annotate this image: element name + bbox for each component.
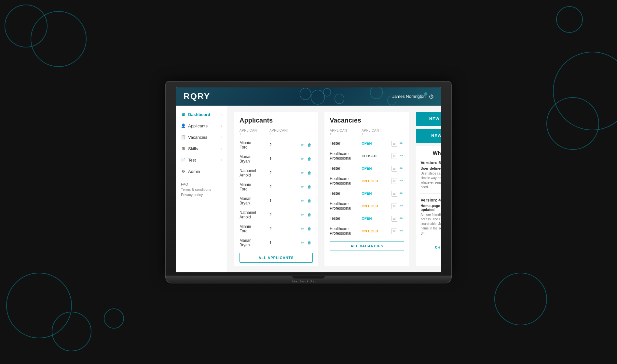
applicants-panel: Applicants APPLICANT ↕ APPLICANT ↕ — [234, 112, 318, 266]
edit-applicant-button[interactable]: ✏ — [299, 156, 305, 162]
power-icon[interactable]: ⏻ — [429, 94, 433, 99]
faq-link[interactable]: FAQ — [181, 182, 222, 186]
laptop-wrapper: RQRY James Norrington ⏻ ⊞ Dashboard › — [165, 81, 452, 283]
delete-applicant-button[interactable]: 🗑 — [306, 184, 313, 190]
vacancy-name: Healthcare Professional — [324, 224, 356, 238]
show-more-button[interactable]: SHOW MORE — [420, 243, 441, 253]
edit-applicant-button[interactable]: ✏ — [299, 212, 305, 218]
applicants-icon: 👤 — [181, 124, 185, 128]
sidebar-label-test: Test — [188, 158, 196, 162]
applicant-actions: ✏ 🗑 — [294, 236, 318, 250]
applicant-count: 1 — [264, 236, 294, 250]
delete-applicant-button[interactable]: 🗑 — [306, 240, 313, 246]
feature-title: Home-page applicant list updated — [420, 204, 441, 212]
edit-vacancy-button[interactable]: ✏ — [398, 203, 404, 209]
applicant-name: Minnie Ford — [234, 180, 264, 194]
privacy-link[interactable]: Privacy policy — [181, 193, 222, 197]
svg-point-0 — [5, 5, 47, 47]
admin-icon: ⚙ — [181, 169, 185, 174]
delete-applicant-button[interactable]: 🗑 — [306, 212, 313, 218]
all-vacancies-button[interactable]: ALL VACANCIES — [330, 241, 404, 251]
edit-applicant-button[interactable]: ✏ — [299, 240, 305, 246]
sidebar-item-test[interactable]: 📄 Test › — [176, 154, 227, 166]
version-label: Version: 5.0 — [420, 160, 441, 165]
vacancy-status: CLOSED — [356, 149, 386, 163]
table-row: Nathaniel Arnold 2 ✏ 🗑 — [234, 208, 318, 222]
applicant-count: 2 — [264, 222, 294, 236]
main-content: Applicants APPLICANT ↕ APPLICANT ↕ — [228, 106, 441, 272]
sidebar-item-admin[interactable]: ⚙ Admin › — [176, 166, 227, 177]
delete-applicant-button[interactable]: 🗑 — [306, 198, 313, 204]
svg-point-6 — [52, 312, 91, 351]
delete-applicant-button[interactable]: 🗑 — [306, 156, 313, 162]
vacancy-status: OPEN — [356, 138, 386, 149]
sidebar-item-left: 📄 Test — [181, 158, 196, 162]
vacancies-col1: APPLICANT ↕ — [324, 127, 356, 138]
sidebar-item-vacancies[interactable]: 📋 Vacancies › — [176, 132, 227, 143]
header-right: James Norrington ⏻ — [392, 94, 433, 99]
edit-vacancy-button[interactable]: ✏ — [398, 178, 404, 184]
new-applicant-button[interactable]: NEW APPLICANT — [416, 112, 441, 126]
version-block-1: Version: 4.9 Home-page applicant list up… — [420, 198, 441, 239]
applicant-name: Nathaniel Arnold — [234, 208, 264, 222]
applicant-actions: ✏ 🗑 — [294, 180, 318, 194]
dashboard-icon: ⊞ — [181, 112, 185, 117]
edit-vacancy-button[interactable]: ✏ — [398, 153, 404, 159]
edit-vacancy-button[interactable]: ✏ — [398, 215, 404, 221]
app-logo: RQRY — [184, 91, 210, 101]
right-panel: NEW APPLICANT NEW VACANCY What's new? Ve… — [416, 112, 441, 266]
edit-vacancy-button[interactable]: ✏ — [398, 190, 404, 196]
applicant-count: 2 — [264, 208, 294, 222]
edit-applicant-button[interactable]: ✏ — [299, 226, 305, 232]
svg-point-8 — [104, 309, 124, 328]
vacancy-name: Tester — [324, 138, 356, 149]
applicant-actions: ✏ 🗑 — [294, 138, 318, 152]
laptop-base: MacBook Pro — [165, 276, 452, 283]
vacancy-status: OPEN — [356, 163, 386, 174]
applicant-actions: ✏ 🗑 — [294, 208, 318, 222]
vacancy-name: Tester — [324, 213, 356, 224]
edit-vacancy-button[interactable]: ✏ — [398, 140, 404, 146]
vacancies-title: Vacancies — [324, 112, 409, 127]
terms-link[interactable]: Terms & conditions — [181, 188, 222, 191]
applicant-name: Marian Bryan — [234, 194, 264, 208]
svg-point-11 — [323, 88, 331, 96]
feature-title: User-defined steps — [420, 166, 441, 170]
applicant-count: 2 — [264, 166, 294, 180]
chevron-admin-icon: › — [221, 170, 222, 173]
sidebar-item-applicants[interactable]: 👤 Applicants › — [176, 120, 227, 132]
vacancy-actions: ⊞ ✏ — [386, 188, 409, 199]
sidebar-label-dashboard: Dashboard — [188, 112, 210, 117]
vacancy-status: ON HOLD — [356, 224, 386, 238]
table-row: Tester OPEN ⊞ ✏ — [324, 163, 409, 174]
vacancy-name: Tester — [324, 188, 356, 199]
vacancy-name: Healthcare Professional — [324, 174, 356, 188]
edit-applicant-button[interactable]: ✏ — [299, 142, 305, 148]
sidebar-label-admin: Admin — [188, 169, 200, 174]
edit-applicant-button[interactable]: ✏ — [299, 170, 305, 176]
table-row: Minnie Ford 2 ✏ 🗑 — [234, 138, 318, 152]
svg-point-10 — [311, 90, 325, 104]
new-vacancy-button[interactable]: NEW VACANCY — [416, 129, 441, 143]
delete-applicant-button[interactable]: 🗑 — [306, 170, 313, 176]
all-applicants-button[interactable]: ALL APPLICANTS — [240, 253, 313, 263]
edit-applicant-button[interactable]: ✏ — [299, 198, 305, 204]
sidebar-item-dashboard[interactable]: ⊞ Dashboard › — [176, 109, 227, 120]
sidebar-item-skills[interactable]: ⊞ Skills › — [176, 143, 227, 154]
vacancy-doc-icon: ⊞ — [391, 141, 397, 147]
delete-applicant-button[interactable]: 🗑 — [306, 226, 313, 232]
vacancy-actions: ⊞ ✏ — [386, 163, 409, 174]
vacancies-icon: 📋 — [181, 135, 185, 139]
vacancy-doc-icon: ⊞ — [391, 228, 397, 234]
vacancy-doc-icon: ⊞ — [391, 203, 397, 209]
edit-applicant-button[interactable]: ✏ — [299, 184, 305, 190]
table-row: Healthcare Professional CLOSED ⊞ ✏ — [324, 149, 409, 163]
delete-applicant-button[interactable]: 🗑 — [306, 142, 313, 148]
applicants-table: APPLICANT ↕ APPLICANT ↕ Minnie Ford 2 ✏ … — [234, 127, 318, 250]
macbook-label: MacBook Pro — [292, 280, 325, 283]
edit-vacancy-button[interactable]: ✏ — [398, 228, 404, 234]
laptop-notch — [292, 276, 325, 279]
edit-vacancy-button[interactable]: ✏ — [398, 165, 404, 171]
applicant-count: 1 — [264, 194, 294, 208]
chevron-applicants-icon: › — [221, 124, 222, 128]
